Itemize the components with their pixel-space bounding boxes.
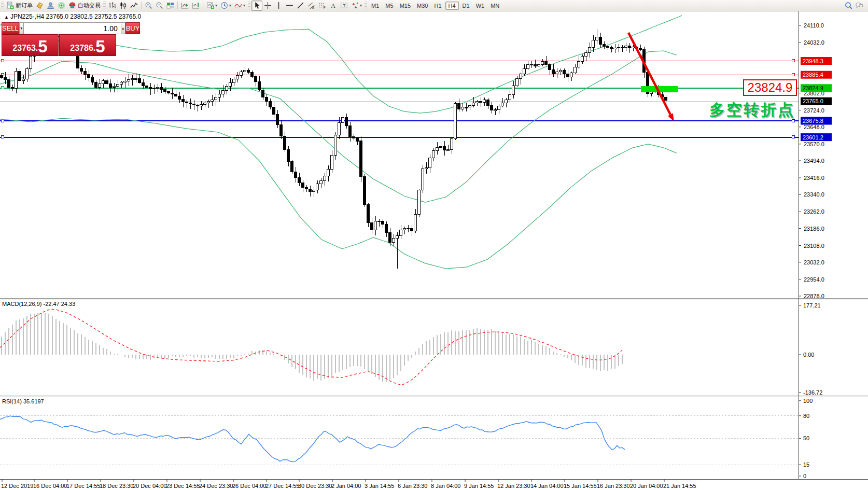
svg-text:23648.0: 23648.0 <box>804 124 824 130</box>
arrows-icon <box>351 2 359 9</box>
vertical-line-icon <box>275 2 283 9</box>
svg-text:20 Jan 04:00: 20 Jan 04:00 <box>630 483 663 489</box>
toolbar-autotrade[interactable]: 自动交易 <box>67 1 102 10</box>
svg-text:23675.8: 23675.8 <box>803 118 823 124</box>
toolbar-text-label[interactable]: T <box>339 1 349 10</box>
toolbar-tf-h4[interactable]: H4 <box>445 2 459 10</box>
toolbar-tf-h1[interactable]: H1 <box>431 2 444 9</box>
svg-text:0: 0 <box>803 473 806 479</box>
turning-point-annotation[interactable]: 多空转折点 <box>709 100 795 121</box>
svg-text:3 Jan 14:55: 3 Jan 14:55 <box>365 483 395 489</box>
svg-text:30 Dec 23:30: 30 Dec 23:30 <box>298 483 332 489</box>
svg-text:23948.3: 23948.3 <box>803 58 823 64</box>
svg-text:177.21: 177.21 <box>803 302 821 309</box>
toolbar-search[interactable] <box>843 1 854 10</box>
svg-text:23765.0: 23765.0 <box>803 98 823 104</box>
volume-input[interactable] <box>24 22 121 34</box>
toolbar-tf-mn[interactable]: MN <box>488 2 502 9</box>
svg-text:23824.9: 23824.9 <box>803 85 823 91</box>
svg-text:20 Dec 04:00: 20 Dec 04:00 <box>133 483 166 489</box>
svg-text:23724.0: 23724.0 <box>804 107 824 114</box>
svg-text:23032.0: 23032.0 <box>804 259 824 265</box>
svg-text:27 Dec 14:55: 27 Dec 14:55 <box>265 483 299 489</box>
buy-price-main: 23786. <box>70 44 95 52</box>
toolbar-history[interactable]: ▾ <box>219 1 233 10</box>
price-callout-label[interactable]: 23824.9 <box>743 79 797 96</box>
tile-windows-icon <box>166 2 174 9</box>
indicators-icon <box>234 2 242 9</box>
equidistant-channel-icon: E <box>307 2 315 9</box>
toolbar-new-order[interactable]: 新订单 <box>5 1 34 10</box>
svg-text:26 Dec 04:00: 26 Dec 04:00 <box>232 483 266 489</box>
toolbar-text[interactable]: A <box>328 1 339 10</box>
dropdown-arrow-icon[interactable]: ▾ <box>215 3 217 8</box>
toolbar-vertical-line[interactable] <box>273 1 284 10</box>
toolbar-zoom-out[interactable] <box>154 1 165 10</box>
collapse-icon[interactable]: ▲ <box>4 15 9 20</box>
toolbar-bars-chart[interactable] <box>107 1 118 10</box>
svg-text:23186.0: 23186.0 <box>804 226 824 232</box>
toolbar-tf-m15[interactable]: M15 <box>397 2 413 9</box>
macd-label: MACD(12,26,9) -22.47 24.33 <box>2 301 75 307</box>
buy-button[interactable]: BUY <box>125 22 141 34</box>
toolbar-candles-chart[interactable] <box>118 1 129 10</box>
svg-text:21 Jan 14:55: 21 Jan 14:55 <box>663 483 696 489</box>
svg-text:A: A <box>331 3 335 9</box>
toolbar-auto-scroll[interactable] <box>190 1 201 10</box>
toolbar-chat[interactable] <box>854 1 865 10</box>
history-icon <box>220 2 228 9</box>
quotes-icon <box>36 2 44 9</box>
price-axis[interactable]: 24110.024032.023802.023724.023648.023570… <box>799 22 832 479</box>
toolbar-trendline[interactable] <box>295 1 306 10</box>
chart-area[interactable]: 24110.024032.023802.023724.023648.023570… <box>0 0 868 490</box>
trendline-icon <box>297 2 304 9</box>
toolbar-indicators[interactable]: ▾ <box>233 1 247 10</box>
toolbar-tf-m1[interactable]: M1 <box>369 2 382 9</box>
toolbar-separator <box>203 2 203 9</box>
toolbar-right-group <box>843 1 868 10</box>
toolbar-broadcast[interactable] <box>56 1 67 10</box>
trend-arrow[interactable] <box>628 33 674 121</box>
svg-text:23494.0: 23494.0 <box>804 158 824 164</box>
toolbar-grip[interactable] <box>1 2 4 9</box>
toolbar-quotes[interactable] <box>34 1 45 10</box>
toolbar-line-chart[interactable] <box>129 1 139 10</box>
time-axis[interactable]: 12 Dec 201916 Dec 04:0017 Dec 14:5518 De… <box>1 480 696 489</box>
svg-text:9 Jan 14:55: 9 Jan 14:55 <box>464 483 494 489</box>
svg-text:0.00: 0.00 <box>803 352 814 358</box>
svg-text:24 Dec 23:30: 24 Dec 23:30 <box>199 483 233 489</box>
svg-text:17 Dec 14:55: 17 Dec 14:55 <box>66 483 100 489</box>
toolbar-zoom-in[interactable] <box>143 1 154 10</box>
volume-increase-button[interactable]: ▲ <box>121 22 125 34</box>
toolbar-tf-w1[interactable]: W1 <box>473 2 487 9</box>
toolbar-tile-windows[interactable] <box>165 1 176 10</box>
toolbar-equidistant-channel[interactable]: E <box>306 1 317 10</box>
toolbar-cursor[interactable] <box>251 1 262 11</box>
toolbar-grip[interactable] <box>248 2 250 9</box>
toolbar-new-chart[interactable]: ▾ <box>205 1 219 10</box>
toolbar-grip[interactable] <box>365 2 367 9</box>
toolbar-fibonacci[interactable]: F <box>317 1 328 10</box>
toolbar-grip[interactable] <box>103 2 106 9</box>
sell-price-display[interactable]: 23763.5 <box>2 34 59 56</box>
toolbar-horizontal-line[interactable] <box>284 1 295 10</box>
buy-price-display[interactable]: 23786.5 <box>59 34 116 56</box>
toolbar-crosshair[interactable] <box>262 1 273 10</box>
terminal-window: 24110.024032.023802.023724.023648.023570… <box>0 0 868 490</box>
dropdown-arrow-icon[interactable]: ▾ <box>243 3 245 8</box>
toolbar-tf-m5[interactable]: M5 <box>383 2 396 9</box>
toolbar-arrows[interactable]: ▾ <box>349 1 363 10</box>
dropdown-arrow-icon[interactable]: ▾ <box>360 3 362 8</box>
shift-end-icon <box>181 2 189 9</box>
toolbar-tf-d1[interactable]: D1 <box>460 2 472 9</box>
toolbar-shift-end[interactable] <box>179 1 190 10</box>
toolbar-profile[interactable] <box>45 1 56 10</box>
horizontal-level-lines[interactable] <box>0 60 799 138</box>
sell-button[interactable]: SELL <box>2 22 19 34</box>
dropdown-arrow-icon[interactable]: ▾ <box>229 3 231 8</box>
toolbar-tf-m30[interactable]: M30 <box>414 2 430 9</box>
autotrade-icon <box>68 2 76 9</box>
volume-decrease-button[interactable]: ▼ <box>19 22 24 34</box>
chart-header[interactable]: ▲JPN225-,H4 23765.0 23802.5 23752.5 2376… <box>4 13 141 20</box>
rsi-label: RSI(14) 35.6197 <box>2 398 44 404</box>
